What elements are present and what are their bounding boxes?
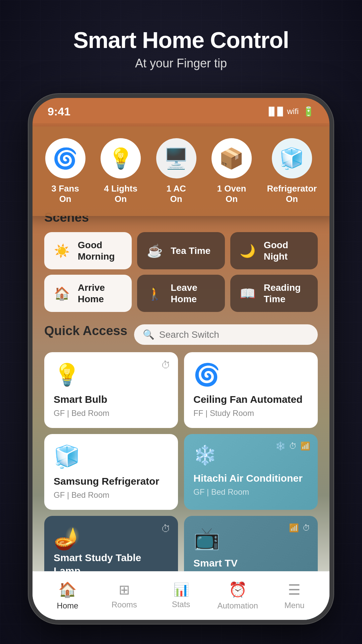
- leave-home-label: Leave Home: [171, 282, 218, 305]
- ac-icon-small: ❄️: [276, 441, 286, 451]
- tv-wifi-icon: 📶: [289, 523, 299, 533]
- device-oven[interactable]: 📦 1 OvenOn: [212, 138, 252, 204]
- page-header: Smart Home Control At your Finger tip: [0, 27, 362, 70]
- tea-time-icon: ☕: [144, 240, 165, 262]
- nav-rooms[interactable]: ⊞ Rooms: [96, 582, 153, 609]
- device-fridge[interactable]: 🧊 RefrigeratorOn: [267, 138, 317, 204]
- ac-timer-icon: ⏱: [289, 441, 297, 451]
- lights-label: 4 LightsOn: [104, 183, 137, 204]
- hitachi-card[interactable]: ❄️ ⏱ 📶 ❄️ Hitachi Air Conditioner GF | B…: [184, 434, 318, 510]
- samsung-location: GF | Bed Room: [54, 490, 169, 500]
- search-input[interactable]: [159, 329, 309, 340]
- lamp-icon: 🪔: [54, 526, 169, 551]
- scene-tea-time[interactable]: ☕ Tea Time: [137, 232, 225, 269]
- scene-reading-time[interactable]: 📖 Reading Time: [230, 275, 318, 312]
- stats-nav-label: Stats: [172, 600, 190, 609]
- bulb-icon: 💡: [54, 362, 169, 387]
- nav-home[interactable]: 🏠 Home: [39, 581, 96, 610]
- oven-label: 1 OvenOn: [217, 183, 246, 204]
- page-title: Smart Home Control: [0, 27, 362, 53]
- menu-nav-label: Menu: [284, 601, 304, 610]
- page-subtitle: At your Finger tip: [0, 56, 362, 70]
- fridge-icon-circle: 🧊: [272, 138, 312, 178]
- fans-icon-circle: 🌀: [45, 138, 85, 178]
- scene-good-morning[interactable]: ☀️ Good Morning: [44, 232, 132, 269]
- hitachi-location: GF | Bed Room: [193, 487, 308, 497]
- status-icons: ▐▌█ wifi 🔋: [266, 106, 314, 117]
- lamp-timer-icon: ⏱: [161, 523, 171, 534]
- ac-label: 1 ACOn: [166, 183, 186, 204]
- nav-stats[interactable]: 📊 Stats: [153, 582, 209, 609]
- signal-icon: ▐▌█: [266, 107, 283, 116]
- good-night-icon: 🌙: [237, 240, 258, 262]
- leave-home-icon: 🚶: [144, 283, 165, 304]
- quick-access-header: Quick Access 🔍: [44, 324, 318, 345]
- tv-name: Smart TV: [193, 556, 308, 570]
- search-icon: 🔍: [143, 329, 155, 340]
- good-morning-icon: ☀️: [51, 240, 72, 262]
- device-fans[interactable]: 🌀 3 FansOn: [45, 138, 85, 204]
- lights-icon-circle: 💡: [101, 138, 141, 178]
- bulb-location: GF | Bed Room: [54, 409, 169, 418]
- menu-nav-icon: ☰: [288, 582, 301, 598]
- fan-location: FF | Study Room: [193, 409, 308, 418]
- scroll-content[interactable]: Scenes ☀️ Good Morning ☕ Tea Time 🌙 Good…: [33, 200, 329, 620]
- samsung-name: Samsung Refrigerator: [54, 475, 169, 488]
- arrive-home-icon: 🏠: [51, 283, 72, 304]
- status-time: 9:41: [48, 105, 70, 118]
- automation-nav-label: Automation: [218, 601, 258, 610]
- smart-bulb-card[interactable]: ⏱ 💡 Smart Bulb GF | Bed Room: [44, 352, 178, 428]
- fan-name: Ceiling Fan Automated: [193, 393, 308, 406]
- scene-good-night[interactable]: 🌙 Good Night: [230, 232, 318, 269]
- hitachi-name: Hitachi Air Conditioner: [193, 472, 308, 485]
- bulb-name: Smart Bulb: [54, 393, 169, 406]
- tv-icons-row: 📶 ⏱: [289, 523, 310, 533]
- tv-timer-icon: ⏱: [302, 523, 310, 533]
- samsung-fridge-card[interactable]: 🧊 Samsung Refrigerator GF | Bed Room: [44, 434, 178, 510]
- scenes-grid: ☀️ Good Morning ☕ Tea Time 🌙 Good Night …: [44, 232, 318, 312]
- search-box[interactable]: 🔍: [134, 324, 318, 345]
- scene-arrive-home[interactable]: 🏠 Arrive Home: [44, 275, 132, 312]
- device-ac[interactable]: 🖥️ 1 ACOn: [156, 138, 196, 204]
- oven-icon-circle: 📦: [212, 138, 252, 178]
- reading-time-icon: 📖: [237, 283, 258, 304]
- rooms-nav-icon: ⊞: [119, 582, 130, 597]
- automation-nav-icon: ⏰: [229, 581, 247, 598]
- stats-nav-icon: 📊: [173, 582, 189, 597]
- quick-access-title: Quick Access: [44, 324, 127, 338]
- phone-mockup: 9:41 ▐▌█ wifi 🔋 🌀 3 FansOn 💡 4 LightsOn …: [28, 94, 334, 624]
- status-bar: 9:41 ▐▌█ wifi 🔋: [33, 98, 329, 123]
- reading-time-label: Reading Time: [264, 282, 311, 305]
- ac-wifi-icon: 📶: [300, 441, 310, 451]
- battery-icon: 🔋: [303, 106, 314, 117]
- device-lights[interactable]: 💡 4 LightsOn: [101, 138, 141, 204]
- wifi-icon: wifi: [287, 107, 299, 116]
- bottom-nav: 🏠 Home ⊞ Rooms 📊 Stats ⏰ Automation ☰ Me…: [33, 571, 329, 620]
- nav-menu[interactable]: ☰ Menu: [266, 582, 323, 610]
- fans-label: 3 FansOn: [52, 183, 79, 204]
- good-morning-label: Good Morning: [78, 239, 125, 262]
- rooms-nav-label: Rooms: [112, 600, 137, 609]
- app-content: 🌀 3 FansOn 💡 4 LightsOn 🖥️ 1 ACOn 📦 1 Ov…: [33, 123, 329, 620]
- devices-card: 🌀 3 FansOn 💡 4 LightsOn 🖥️ 1 ACOn 📦 1 Ov…: [33, 126, 329, 216]
- nav-automation[interactable]: ⏰ Automation: [209, 581, 266, 610]
- home-nav-icon: 🏠: [58, 581, 77, 598]
- tea-time-label: Tea Time: [171, 245, 210, 257]
- fan-icon: 🌀: [193, 362, 308, 387]
- ac-icon-circle: 🖥️: [156, 138, 196, 178]
- fridge-label: RefrigeratorOn: [267, 183, 317, 204]
- scene-leave-home[interactable]: 🚶 Leave Home: [137, 275, 225, 312]
- arrive-home-label: Arrive Home: [78, 282, 125, 305]
- samsung-icon: 🧊: [54, 444, 169, 469]
- home-nav-label: Home: [57, 601, 78, 610]
- ac-icons-row: ❄️ ⏱ 📶: [276, 441, 310, 451]
- devices-grid: ⏱ 💡 Smart Bulb GF | Bed Room 🌀 Ceiling F…: [44, 352, 318, 510]
- ceiling-fan-card[interactable]: 🌀 Ceiling Fan Automated FF | Study Room: [184, 352, 318, 428]
- good-night-label: Good Night: [264, 239, 311, 262]
- bulb-timer-icon: ⏱: [161, 360, 171, 371]
